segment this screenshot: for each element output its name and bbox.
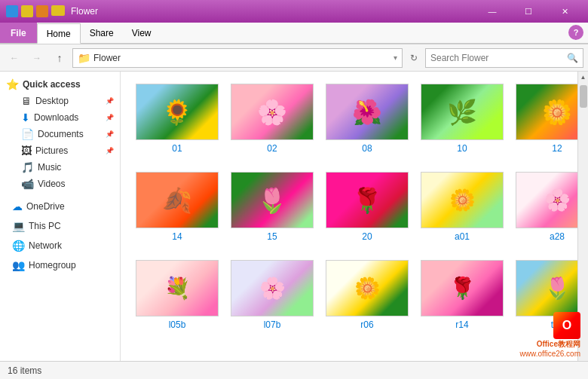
file-item-r06[interactable]: r06	[323, 257, 412, 333]
maximize-button[interactable]: ☐	[511, 0, 546, 23]
address-box[interactable]: 📁 Flower ▾	[72, 48, 403, 68]
file-thumb-08	[326, 84, 409, 140]
sidebar-label-pictures: Pictures	[35, 145, 68, 156]
window-controls: — ☐ ✕	[475, 0, 582, 23]
file-name-01: 01	[172, 143, 182, 154]
file-item-r14[interactable]: r14	[418, 257, 507, 333]
file-item-15[interactable]: 15	[228, 169, 317, 245]
sidebar-item-network[interactable]: 🌐 Network	[0, 237, 120, 254]
file-item-02[interactable]: 02	[228, 81, 317, 157]
sidebar-item-pictures[interactable]: 🖼 Pictures 📌	[0, 142, 120, 159]
file-thumb-10	[421, 84, 504, 140]
pin-icon-pictures: 📌	[106, 147, 114, 154]
tab-share[interactable]: Share	[81, 23, 123, 43]
content-area: 0102081012141520a01a28l05bl07br06r14t05	[121, 72, 577, 361]
scrollbar-thumb[interactable]	[580, 85, 587, 108]
back-button[interactable]: ←	[5, 48, 24, 68]
tab-file[interactable]: File	[0, 23, 37, 43]
pin-icon-downloads: 📌	[106, 114, 114, 121]
file-thumb-r06	[326, 260, 409, 316]
sidebar-item-onedrive[interactable]: ☁ OneDrive	[0, 198, 120, 215]
file-thumb-r14	[421, 260, 504, 316]
search-icon: 🔍	[567, 53, 578, 63]
file-name-15: 15	[267, 231, 277, 242]
pictures-icon: 🖼	[21, 145, 32, 157]
sidebar-label-homegroup: Homegroup	[29, 260, 76, 270]
address-text: Flower	[93, 53, 390, 63]
forward-button[interactable]: →	[27, 48, 47, 68]
file-item-10[interactable]: 10	[418, 81, 507, 157]
thispc-icon: 💻	[12, 220, 25, 232]
file-thumb-l07b	[231, 260, 314, 316]
pin-icon-documents: 📌	[106, 130, 114, 138]
file-thumb-t05	[516, 260, 577, 316]
close-button[interactable]: ✕	[547, 0, 582, 23]
file-name-08: 08	[362, 143, 372, 154]
file-item-a01[interactable]: a01	[418, 169, 507, 245]
file-name-l05b: l05b	[169, 319, 186, 330]
watermark: O Office教程网 www.office26.com	[520, 312, 580, 358]
file-name-r14: r14	[455, 319, 468, 330]
sidebar-item-documents[interactable]: 📄 Documents 📌	[0, 126, 120, 142]
file-name-r06: r06	[360, 319, 373, 330]
sidebar-item-thispc[interactable]: 💻 This PC	[0, 218, 120, 234]
sidebar-label-quick-access: Quick access	[23, 79, 81, 90]
file-name-02: 02	[267, 143, 277, 154]
quick-access-icon: ⭐	[6, 78, 19, 90]
file-thumb-02	[231, 84, 314, 140]
file-item-01[interactable]: 01	[133, 81, 222, 157]
help-button[interactable]: ?	[568, 25, 583, 40]
sidebar-label-desktop: Desktop	[35, 96, 69, 106]
file-item-l07b[interactable]: l07b	[228, 257, 317, 333]
sidebar-label-onedrive: OneDrive	[26, 201, 65, 212]
sidebar-item-music[interactable]: 🎵 Music	[0, 159, 120, 176]
downloads-icon: ⬇	[21, 112, 30, 124]
sidebar-item-homegroup[interactable]: 👥 Homegroup	[0, 257, 120, 274]
file-name-12: 12	[552, 143, 562, 154]
tb-icon-orange	[36, 5, 48, 17]
file-item-l05b[interactable]: l05b	[133, 257, 222, 333]
file-name-a01: a01	[455, 231, 470, 242]
file-item-20[interactable]: 20	[323, 169, 412, 245]
tab-home[interactable]: Home	[37, 23, 81, 44]
file-item-a28[interactable]: a28	[513, 169, 577, 245]
sidebar-label-music: Music	[38, 162, 61, 173]
file-thumb-a01	[421, 172, 504, 228]
file-item-14[interactable]: 14	[133, 169, 222, 245]
search-input[interactable]	[430, 53, 564, 63]
sidebar-label-downloads: Downloads	[34, 112, 78, 123]
title-bar: Flower — ☐ ✕	[0, 0, 588, 23]
onedrive-icon: ☁	[12, 200, 23, 212]
window-title: Flower	[71, 6, 475, 17]
file-grid: 0102081012141520a01a28l05bl07br06r14t05	[133, 81, 565, 333]
sidebar-label-thispc: This PC	[29, 221, 61, 231]
file-item-08[interactable]: 08	[323, 81, 412, 157]
tab-view[interactable]: View	[123, 23, 161, 43]
up-button[interactable]: ↑	[50, 48, 69, 68]
refresh-button[interactable]: ↻	[406, 50, 422, 66]
sidebar-label-documents: Documents	[38, 129, 84, 139]
sidebar: ⭐ Quick access 🖥 Desktop 📌 ⬇ Downloads 📌…	[0, 72, 121, 361]
file-name-a28: a28	[550, 231, 565, 242]
item-count: 16 items	[8, 365, 41, 376]
tb-folder-icon	[51, 5, 65, 16]
file-item-12[interactable]: 12	[513, 81, 577, 157]
tb-icon-blue	[6, 5, 18, 17]
ribbon-tabs: File Home Share View ?	[0, 23, 588, 44]
scrollbar-up-arrow[interactable]: ▲	[578, 72, 589, 82]
sidebar-item-videos[interactable]: 📹 Videos	[0, 176, 120, 192]
file-name-14: 14	[172, 231, 182, 242]
office-logo: O	[553, 312, 580, 339]
address-folder-icon: 📁	[78, 52, 90, 64]
main-layout: ⭐ Quick access 🖥 Desktop 📌 ⬇ Downloads 📌…	[0, 72, 588, 361]
file-name-10: 10	[457, 143, 467, 154]
sidebar-item-downloads[interactable]: ⬇ Downloads 📌	[0, 109, 120, 126]
file-thumb-14	[136, 172, 219, 228]
search-box[interactable]: 🔍	[425, 48, 583, 68]
pin-icon-desktop: 📌	[106, 97, 114, 105]
sidebar-item-quick-access[interactable]: ⭐ Quick access	[0, 76, 120, 93]
sidebar-item-desktop[interactable]: 🖥 Desktop 📌	[0, 93, 120, 109]
minimize-button[interactable]: —	[475, 0, 510, 23]
address-chevron: ▾	[394, 53, 397, 62]
watermark-text2: www.office26.com	[520, 350, 580, 358]
